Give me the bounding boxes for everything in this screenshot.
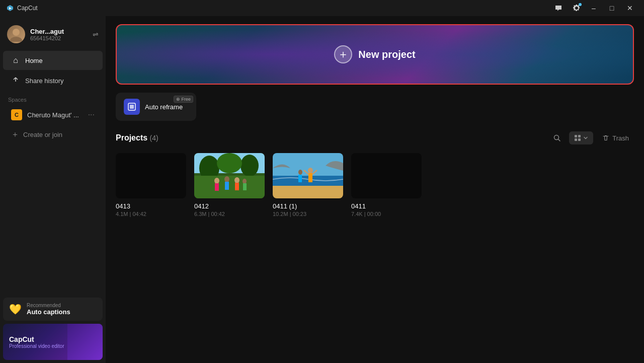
sidebar: Cher...agut 6564154202 ⇌ ⌂ Home Share hi… — [0, 16, 106, 363]
sidebar-item-share-history[interactable]: Share history — [3, 71, 103, 90]
trash-label: Trash — [612, 134, 629, 142]
spaces-section-label: Spaces — [0, 91, 106, 105]
titlebar-app-info: CapCut — [6, 4, 38, 12]
svg-rect-15 — [194, 176, 265, 198]
user-info: Cher...agut 6564154202 — [30, 28, 88, 41]
svg-rect-28 — [308, 173, 312, 182]
svg-rect-9 — [578, 138, 581, 141]
promo-content: CapCut Professional video editor — [9, 335, 64, 349]
titlebar-controls: – □ ✕ — [551, 2, 638, 14]
settings-icon-button[interactable] — [570, 2, 584, 14]
home-icon: ⌂ — [11, 56, 20, 65]
svg-line-5 — [558, 139, 560, 141]
svg-point-1 — [10, 37, 22, 42]
svg-point-14 — [217, 153, 242, 173]
svg-rect-23 — [243, 183, 247, 190]
project-item-0413[interactable]: 0413 4.1M | 04:42 — [116, 153, 186, 217]
recommendation-title: Auto captions — [27, 308, 97, 316]
share-icon — [11, 76, 20, 85]
view-toggle-button[interactable] — [569, 131, 593, 144]
chat-icon-button[interactable] — [551, 2, 566, 14]
projects-title: Projects (4) — [116, 133, 158, 142]
svg-rect-26 — [273, 186, 343, 198]
svg-point-18 — [224, 176, 229, 182]
create-or-join-button[interactable]: ＋ Create or join — [3, 125, 103, 144]
app-logo-icon — [6, 4, 14, 12]
project-name-0411-1: 0411 (1) — [273, 202, 343, 210]
projects-grid: 0413 4.1M | 04:42 — [116, 153, 634, 217]
svg-point-0 — [13, 29, 20, 36]
nav-share-label: Share history — [25, 77, 64, 85]
new-project-label: New project — [358, 49, 415, 60]
svg-point-31 — [298, 170, 302, 175]
project-thumbnail-0413 — [116, 153, 186, 198]
nav-home-label: Home — [25, 57, 43, 64]
project-name-0412: 0412 — [194, 202, 265, 210]
maximize-button[interactable]: □ — [604, 2, 620, 14]
free-label: Free — [181, 97, 191, 102]
search-button[interactable] — [549, 131, 565, 145]
auto-reframe-card[interactable]: Auto reframe ⊕ Free — [116, 93, 196, 121]
svg-rect-17 — [215, 183, 219, 191]
projects-header: Projects (4) — [116, 131, 634, 145]
project-name-0411: 0411 — [351, 202, 422, 210]
notification-dot — [579, 3, 582, 6]
project-thumbnail-0412 — [194, 153, 265, 198]
svg-point-20 — [234, 177, 239, 183]
main-layout: Cher...agut 6564154202 ⇌ ⌂ Home Share hi… — [0, 16, 644, 363]
promo-background — [67, 324, 103, 360]
minimize-button[interactable]: – — [586, 2, 602, 14]
avatar — [7, 25, 25, 43]
space-name: Cheruto Magut' ... — [27, 111, 83, 119]
recommendation-card[interactable]: 💛 Recommended Auto captions — [3, 298, 103, 321]
svg-point-27 — [308, 168, 313, 174]
free-badge: ⊕ Free — [174, 96, 193, 103]
new-project-banner[interactable]: ＋ New project — [116, 24, 634, 85]
sidebar-bottom: 💛 Recommended Auto captions CapCut Profe… — [0, 295, 106, 363]
user-name: Cher...agut — [30, 28, 88, 35]
trash-button[interactable]: Trash — [597, 131, 634, 145]
project-thumbnail-0411-1 — [273, 153, 343, 198]
space-item-cheruto[interactable]: C Cheruto Magut' ... ··· — [3, 105, 103, 124]
project-meta-0413: 4.1M | 04:42 — [116, 211, 186, 217]
user-profile[interactable]: Cher...agut 6564154202 ⇌ — [0, 20, 106, 48]
switch-account-icon[interactable]: ⇌ — [93, 30, 99, 38]
recommendation-icon: 💛 — [9, 303, 22, 315]
main-content: ＋ New project Auto reframe ⊕ Free — [106, 16, 644, 363]
create-join-label: Create or join — [23, 131, 62, 138]
project-item-0411[interactable]: 0411 7.4K | 00:00 — [351, 153, 422, 217]
project-name-0413: 0413 — [116, 202, 186, 210]
titlebar: CapCut – □ ✕ — [0, 0, 644, 16]
close-button[interactable]: ✕ — [622, 2, 638, 14]
new-project-inner: ＋ New project — [334, 45, 415, 63]
recommendation-label: Recommended — [27, 303, 97, 308]
free-icon: ⊕ — [176, 97, 180, 102]
auto-reframe-label: Auto reframe — [145, 103, 183, 111]
svg-rect-21 — [235, 183, 239, 190]
app-title: CapCut — [17, 5, 38, 12]
grid-view-icon — [574, 134, 581, 141]
svg-point-13 — [240, 155, 259, 177]
new-project-plus-icon: ＋ — [334, 45, 352, 63]
trash-icon — [602, 134, 609, 141]
svg-point-22 — [243, 179, 247, 184]
svg-rect-32 — [298, 175, 302, 182]
space-menu-icon[interactable]: ··· — [88, 110, 95, 119]
plus-icon: ＋ — [11, 129, 19, 140]
search-icon — [553, 134, 561, 142]
project-item-0412[interactable]: 0412 6.3M | 00:42 — [194, 153, 265, 217]
project-meta-0411-1: 10.2M | 00:23 — [273, 211, 343, 217]
promo-title: CapCut — [9, 335, 64, 343]
project-item-0411-1[interactable]: 0411 (1) 10.2M | 00:23 — [273, 153, 343, 217]
sidebar-item-home[interactable]: ⌂ Home — [3, 51, 103, 70]
svg-point-16 — [214, 178, 219, 184]
recommendation-text: Recommended Auto captions — [27, 303, 97, 316]
capcut-promo-banner[interactable]: CapCut Professional video editor — [3, 324, 103, 360]
project-thumbnail-0411 — [351, 153, 422, 198]
space-avatar: C — [11, 109, 22, 120]
chat-icon — [554, 4, 562, 12]
promo-subtitle: Professional video editor — [9, 343, 64, 349]
svg-rect-3 — [130, 105, 134, 109]
svg-rect-8 — [575, 138, 577, 141]
user-id: 6564154202 — [30, 35, 88, 41]
